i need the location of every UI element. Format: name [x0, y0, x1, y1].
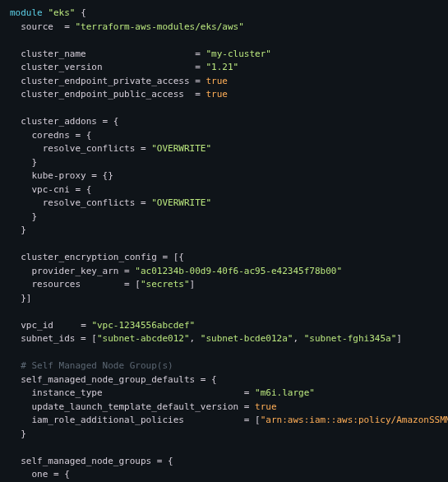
- val-overwrite-1: "OVERWRITE": [151, 143, 211, 154]
- module-name: "eks": [48, 7, 75, 18]
- attr-cluster-addons: cluster_addons: [21, 116, 97, 127]
- module-keyword: module: [10, 7, 43, 18]
- val-irap: "arn:aws:iam::aws:policy/AmazonSSMManage…: [261, 415, 448, 425]
- key-coredns: coredns: [32, 130, 70, 141]
- attr-subnet-ids: subnet_ids: [21, 333, 75, 344]
- attr-source: source: [21, 21, 53, 32]
- key-kube-proxy: kube-proxy: [32, 170, 86, 181]
- val-ultdv: true: [255, 401, 277, 412]
- val-subnet3: "subnet-fghi345a": [304, 333, 397, 344]
- attr-resources: resources: [32, 279, 81, 290]
- val-subnet1: "subnet-abcde012": [97, 333, 190, 344]
- val-instance-type: "m6i.large": [255, 387, 315, 398]
- val-cepra: true: [206, 76, 228, 86]
- attr-resolve-conflicts-1: resolve_conflicts: [43, 143, 136, 154]
- attr-cluster-version: cluster_version: [21, 62, 102, 72]
- attr-resolve-conflicts-2: resolve_conflicts: [43, 197, 136, 208]
- val-vpc-id: "vpc-1234556abcdef": [91, 320, 195, 331]
- attr-smngd: self_managed_node_group_defaults: [21, 374, 195, 385]
- val-overwrite-2: "OVERWRITE": [151, 197, 211, 208]
- attr-smng: self_managed_node_groups: [21, 456, 151, 466]
- attr-vpc-id: vpc_id: [21, 320, 53, 331]
- key-one: one: [32, 469, 48, 480]
- attr-cec: cluster_encryption_config: [21, 252, 157, 262]
- comment-self-managed: # Self Managed Node Group(s): [21, 360, 173, 371]
- val-resources: "secrets": [141, 279, 190, 290]
- val-cepua: true: [206, 89, 228, 100]
- val-subnet2: "subnet-bcde012a": [201, 333, 293, 344]
- attr-provider-key-arn: provider_key_arn: [32, 266, 119, 276]
- code-block: module "eks" { source = "terraform-aws-m…: [0, 0, 448, 482]
- val-provider-key-arn: "ac01234b-00d9-40f6-ac95-e42345f78b00": [135, 266, 342, 276]
- attr-cepra: cluster_endpoint_private_access: [21, 76, 189, 86]
- attr-irap: iam_role_additional_policies: [32, 415, 184, 425]
- attr-ultdv: update_launch_template_default_version: [32, 401, 239, 412]
- val-source: "terraform-aws-modules/eks/aws": [76, 21, 244, 32]
- key-vpc-cni: vpc-cni: [32, 184, 70, 195]
- attr-instance-type: instance_type: [32, 387, 103, 398]
- attr-cluster-name: cluster_name: [21, 49, 85, 59]
- attr-cepua: cluster_endpoint_public_access: [21, 89, 184, 100]
- val-cluster-version: "1.21": [206, 62, 238, 72]
- val-cluster-name: "my-cluster": [206, 49, 270, 59]
